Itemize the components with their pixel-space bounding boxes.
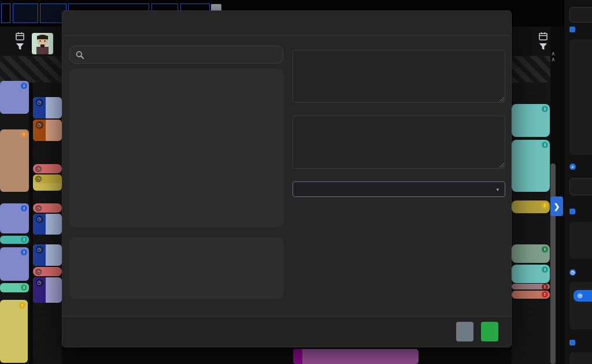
sidebar-search-input[interactable] xyxy=(569,7,592,23)
appointment-card[interactable]: i xyxy=(0,283,29,292)
closed-time-hatch xyxy=(0,56,62,83)
column-header-right xyxy=(512,27,550,55)
column-header-left xyxy=(0,27,62,55)
toolbar-forward-button[interactable] xyxy=(13,3,38,23)
warning-icon: ! xyxy=(542,284,548,289)
clock-icon: ◷ xyxy=(33,214,46,235)
appointment-card[interactable]: ◷ xyxy=(33,203,62,213)
info-icon: i xyxy=(542,266,548,273)
mini-calendar-month xyxy=(569,39,592,45)
info-icon: i xyxy=(542,246,548,252)
right-sidebar: ⌕ ◷ ◷ xyxy=(564,0,592,364)
info-icon: i xyxy=(21,205,27,211)
category-panel xyxy=(69,69,283,227)
clock-icon: ◷ xyxy=(35,166,42,172)
appointment-card[interactable]: ◷ xyxy=(33,267,62,276)
notes-panel xyxy=(569,352,592,364)
appointment-card[interactable]: i xyxy=(0,247,29,281)
appointment-card[interactable]: ◷ xyxy=(33,120,62,141)
service-search-input[interactable] xyxy=(88,51,262,59)
appointment-card[interactable]: i xyxy=(512,244,550,263)
info-icon: i xyxy=(21,284,27,291)
mini-calendar xyxy=(569,39,592,155)
app-root: i ! i i i i ! ◷ ◷ ◷ ◷ ◷ ◷ ◷ xyxy=(0,0,592,364)
booking-modal: ▾ xyxy=(62,10,512,347)
clock-icon: ◷ xyxy=(35,269,42,275)
appointment-card[interactable]: ! xyxy=(512,291,550,299)
appointment-card[interactable]: ◷ xyxy=(33,277,62,303)
sidebar-expand-button[interactable]: ❯ xyxy=(550,196,563,216)
appointment-card[interactable]: ! xyxy=(512,200,550,213)
appointment-title xyxy=(46,278,62,280)
clock-icon: ◷ xyxy=(35,176,42,182)
appointment-card[interactable]: i xyxy=(512,140,550,192)
search-icon: ⌕ xyxy=(569,164,576,170)
appointment-title xyxy=(46,98,62,99)
appointment-card[interactable]: ◷ xyxy=(33,214,62,235)
save-button[interactable] xyxy=(481,322,498,341)
calendar-icon[interactable] xyxy=(16,32,24,40)
toolbar-prev-button[interactable] xyxy=(1,3,10,23)
appointment-card[interactable]: ◷ xyxy=(33,97,62,118)
appointment-card[interactable]: ! xyxy=(512,284,550,289)
service-search xyxy=(69,46,283,64)
appointment-card[interactable]: i xyxy=(512,265,550,283)
customer-notes-textarea[interactable] xyxy=(293,50,505,103)
appointment-card[interactable]: ! xyxy=(0,300,28,363)
clock-icon: ◷ xyxy=(33,244,46,266)
internal-notes-textarea[interactable] xyxy=(293,116,505,169)
scrollbar[interactable] xyxy=(550,164,556,364)
close-button[interactable] xyxy=(456,322,473,341)
appointment-card[interactable]: i xyxy=(0,236,29,244)
parked-panel xyxy=(569,222,592,259)
appointment-title xyxy=(46,215,62,216)
modal-footer xyxy=(62,316,511,347)
clock-icon: ◷ xyxy=(569,269,576,276)
calendar-icon[interactable] xyxy=(539,32,547,40)
info-icon: i xyxy=(542,106,548,112)
info-icon: i xyxy=(542,142,548,148)
appointment-title xyxy=(45,183,48,184)
scroll-up-icons[interactable]: ∧∧ xyxy=(548,51,558,62)
search-icon xyxy=(76,51,84,59)
appointment-card[interactable]: i xyxy=(0,81,29,114)
appointment-card[interactable]: i xyxy=(512,104,550,137)
waitlist-panel: ◷ xyxy=(569,282,592,329)
notes-section-header xyxy=(569,340,578,346)
date-section-header xyxy=(569,27,578,32)
appointment-card[interactable]: ◷ xyxy=(33,174,62,191)
warning-icon: ! xyxy=(542,291,548,298)
appointment-card[interactable]: i xyxy=(0,203,29,233)
clock-icon: ◷ xyxy=(35,205,42,211)
staff-select[interactable]: ▾ xyxy=(293,181,505,197)
info-icon: i xyxy=(21,249,27,255)
appointment-card[interactable]: ◷ xyxy=(33,244,62,266)
search-section-header: ⌕ xyxy=(569,164,579,170)
info-icon: i xyxy=(21,83,27,89)
customer-search-input[interactable] xyxy=(569,178,592,195)
appointment-card[interactable] xyxy=(293,349,419,364)
appointment-card[interactable]: ◷ xyxy=(33,164,62,173)
closed-time-hatch xyxy=(512,56,550,83)
parked-icon xyxy=(569,209,575,214)
clock-icon: ◷ xyxy=(33,120,46,141)
appointment-title xyxy=(46,246,62,247)
modal-right-column: ▾ xyxy=(293,46,505,197)
info-icon: i xyxy=(21,236,27,243)
modal-left-column xyxy=(69,46,283,299)
clock-icon: ◷ xyxy=(577,293,583,299)
appointment-card[interactable]: ! xyxy=(0,129,29,192)
waitlist-section-header: ◷ xyxy=(569,269,579,276)
filter-icon[interactable] xyxy=(16,42,24,51)
warning-icon: ! xyxy=(542,202,548,209)
modal-tabs xyxy=(62,11,511,36)
warning-icon: ! xyxy=(21,131,27,138)
filter-icon[interactable] xyxy=(539,42,547,51)
parked-section-header xyxy=(569,209,578,214)
clock-icon: ◷ xyxy=(33,97,46,118)
waitlist-card[interactable]: ◷ xyxy=(574,290,592,302)
appointment-title xyxy=(46,121,62,122)
staff-avatar[interactable] xyxy=(32,33,53,54)
clock-icon: ◷ xyxy=(33,277,46,303)
selected-services-panel xyxy=(69,237,283,299)
